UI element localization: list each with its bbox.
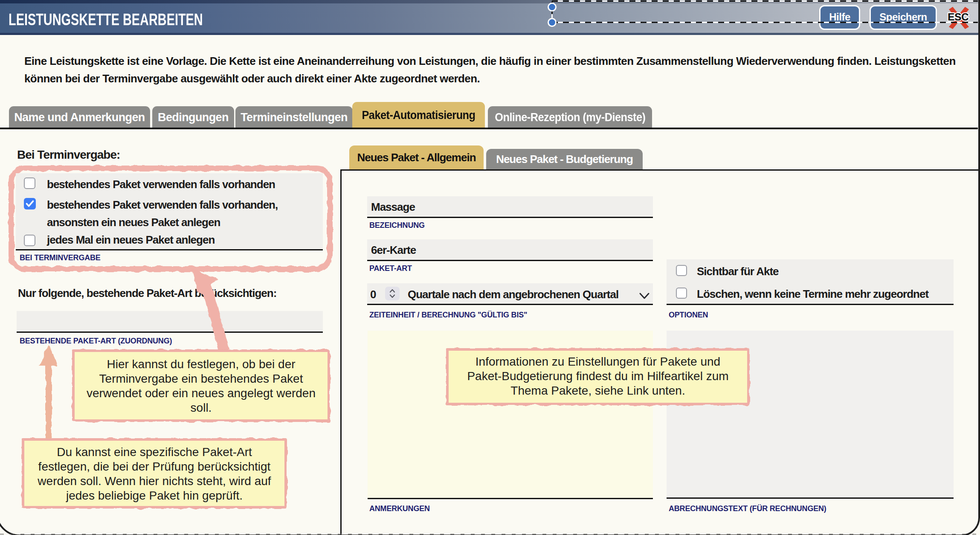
svg-text:ESC: ESC xyxy=(948,11,968,23)
